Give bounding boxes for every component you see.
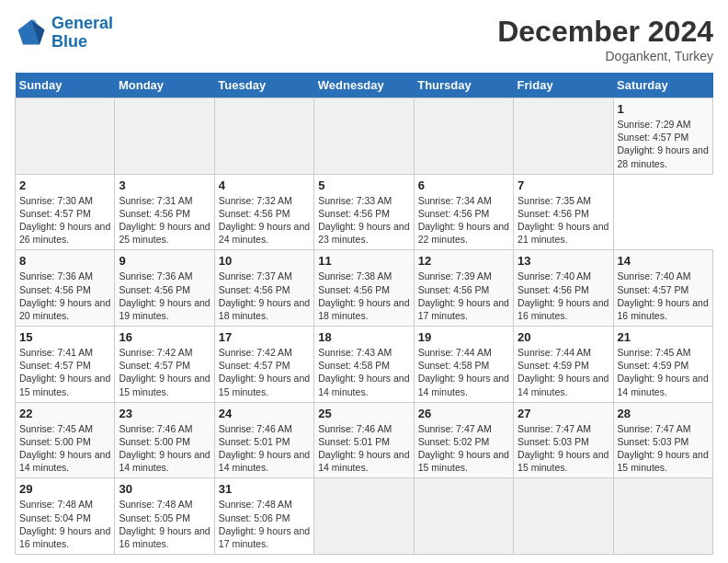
calendar-cell: 26Sunrise: 7:47 AMSunset: 5:02 PMDayligh… xyxy=(414,402,513,478)
day-number: 11 xyxy=(318,254,409,268)
day-info: Sunrise: 7:30 AMSunset: 4:57 PMDaylight:… xyxy=(19,194,110,247)
day-info: Sunrise: 7:48 AMSunset: 5:05 PMDaylight:… xyxy=(119,498,210,550)
week-row: 15Sunrise: 7:41 AMSunset: 4:57 PMDayligh… xyxy=(16,327,713,403)
calendar-body: 1Sunrise: 7:29 AMSunset: 4:57 PMDaylight… xyxy=(16,98,713,555)
calendar-cell: 18Sunrise: 7:43 AMSunset: 4:58 PMDayligh… xyxy=(314,327,414,403)
header-day-tuesday: Tuesday xyxy=(214,73,313,98)
day-number: 23 xyxy=(119,407,210,420)
calendar-cell: 16Sunrise: 7:42 AMSunset: 4:57 PMDayligh… xyxy=(115,327,214,403)
calendar-cell: 8Sunrise: 7:36 AMSunset: 4:56 PMDaylight… xyxy=(16,250,115,327)
calendar-header: SundayMondayTuesdayWednesdayThursdayFrid… xyxy=(16,73,713,98)
logo-text: General Blue xyxy=(51,15,113,52)
day-number: 5 xyxy=(318,178,409,192)
calendar-cell: 21Sunrise: 7:45 AMSunset: 4:59 PMDayligh… xyxy=(613,327,712,403)
day-info: Sunrise: 7:33 AMSunset: 4:56 PMDaylight:… xyxy=(318,194,409,247)
header-day-wednesday: Wednesday xyxy=(314,73,414,98)
day-info: Sunrise: 7:45 AMSunset: 5:00 PMDaylight:… xyxy=(19,422,110,475)
day-info: Sunrise: 7:46 AMSunset: 5:00 PMDaylight:… xyxy=(119,422,210,475)
calendar-cell: 20Sunrise: 7:44 AMSunset: 4:59 PMDayligh… xyxy=(514,327,613,403)
day-info: Sunrise: 7:47 AMSunset: 5:03 PMDaylight:… xyxy=(618,422,709,475)
calendar-cell: 5Sunrise: 7:33 AMSunset: 4:56 PMDaylight… xyxy=(314,174,414,250)
calendar-cell: 15Sunrise: 7:41 AMSunset: 4:57 PMDayligh… xyxy=(16,327,115,403)
day-number: 30 xyxy=(119,482,210,496)
calendar-cell xyxy=(414,478,513,555)
calendar-cell xyxy=(414,98,513,175)
day-number: 2 xyxy=(19,178,110,192)
day-info: Sunrise: 7:48 AMSunset: 5:04 PMDaylight:… xyxy=(19,498,110,550)
calendar-cell: 29Sunrise: 7:48 AMSunset: 5:04 PMDayligh… xyxy=(16,478,115,555)
header-day-monday: Monday xyxy=(115,73,214,98)
logo-icon xyxy=(15,17,48,50)
day-number: 28 xyxy=(618,407,709,420)
calendar-cell: 12Sunrise: 7:39 AMSunset: 4:56 PMDayligh… xyxy=(414,250,513,327)
day-number: 13 xyxy=(518,254,609,268)
calendar-cell: 1Sunrise: 7:29 AMSunset: 4:57 PMDaylight… xyxy=(613,98,712,175)
week-row: 8Sunrise: 7:36 AMSunset: 4:56 PMDaylight… xyxy=(16,250,713,327)
day-info: Sunrise: 7:31 AMSunset: 4:56 PMDaylight:… xyxy=(119,194,210,247)
calendar-cell: 28Sunrise: 7:47 AMSunset: 5:03 PMDayligh… xyxy=(613,402,712,478)
day-info: Sunrise: 7:37 AMSunset: 4:56 PMDaylight:… xyxy=(219,270,310,322)
day-info: Sunrise: 7:43 AMSunset: 4:58 PMDaylight:… xyxy=(318,346,409,398)
day-number: 1 xyxy=(618,102,709,116)
week-row: 29Sunrise: 7:48 AMSunset: 5:04 PMDayligh… xyxy=(16,478,713,555)
day-info: Sunrise: 7:34 AMSunset: 4:56 PMDaylight:… xyxy=(418,194,509,247)
location-title: Dogankent, Turkey xyxy=(497,49,713,63)
calendar-cell: 4Sunrise: 7:32 AMSunset: 4:56 PMDaylight… xyxy=(214,174,313,250)
day-info: Sunrise: 7:36 AMSunset: 4:56 PMDaylight:… xyxy=(19,270,110,322)
calendar-cell xyxy=(115,98,214,175)
calendar-cell: 9Sunrise: 7:36 AMSunset: 4:56 PMDaylight… xyxy=(115,250,214,327)
day-number: 17 xyxy=(219,330,310,344)
header-day-sunday: Sunday xyxy=(16,73,115,98)
calendar-cell: 27Sunrise: 7:47 AMSunset: 5:03 PMDayligh… xyxy=(514,402,613,478)
week-row: 1Sunrise: 7:29 AMSunset: 4:57 PMDaylight… xyxy=(16,98,713,175)
day-info: Sunrise: 7:48 AMSunset: 5:06 PMDaylight:… xyxy=(219,498,310,550)
day-info: Sunrise: 7:35 AMSunset: 4:56 PMDaylight:… xyxy=(518,194,609,247)
calendar-cell: 3Sunrise: 7:31 AMSunset: 4:56 PMDaylight… xyxy=(115,174,214,250)
day-number: 29 xyxy=(19,482,110,496)
calendar-cell xyxy=(613,478,712,555)
logo-line1: General xyxy=(51,14,113,32)
calendar-cell: 31Sunrise: 7:48 AMSunset: 5:06 PMDayligh… xyxy=(214,478,313,555)
day-number: 18 xyxy=(318,330,409,344)
calendar-cell: 24Sunrise: 7:46 AMSunset: 5:01 PMDayligh… xyxy=(214,402,313,478)
calendar-cell xyxy=(314,478,414,555)
calendar-cell: 13Sunrise: 7:40 AMSunset: 4:56 PMDayligh… xyxy=(514,250,613,327)
logo: General Blue xyxy=(15,15,113,52)
calendar-cell: 30Sunrise: 7:48 AMSunset: 5:05 PMDayligh… xyxy=(115,478,214,555)
week-row: 22Sunrise: 7:45 AMSunset: 5:00 PMDayligh… xyxy=(16,402,713,478)
month-title: December 2024 xyxy=(497,15,713,49)
day-info: Sunrise: 7:29 AMSunset: 4:57 PMDaylight:… xyxy=(618,118,709,170)
day-number: 31 xyxy=(219,482,310,496)
day-info: Sunrise: 7:44 AMSunset: 4:58 PMDaylight:… xyxy=(418,346,509,398)
calendar-cell: 6Sunrise: 7:34 AMSunset: 4:56 PMDaylight… xyxy=(414,174,513,250)
day-number: 24 xyxy=(219,407,310,420)
day-info: Sunrise: 7:39 AMSunset: 4:56 PMDaylight:… xyxy=(418,270,509,322)
day-info: Sunrise: 7:46 AMSunset: 5:01 PMDaylight:… xyxy=(219,422,310,475)
day-info: Sunrise: 7:40 AMSunset: 4:57 PMDaylight:… xyxy=(618,270,709,322)
calendar-cell: 14Sunrise: 7:40 AMSunset: 4:57 PMDayligh… xyxy=(613,250,712,327)
day-number: 16 xyxy=(119,330,210,344)
logo-line2: Blue xyxy=(51,32,87,51)
title-area: December 2024 Dogankent, Turkey xyxy=(497,15,713,63)
day-info: Sunrise: 7:32 AMSunset: 4:56 PMDaylight:… xyxy=(219,194,310,247)
day-number: 14 xyxy=(618,254,709,268)
header-day-saturday: Saturday xyxy=(613,73,712,98)
day-number: 19 xyxy=(418,330,509,344)
day-number: 27 xyxy=(518,407,609,420)
calendar-cell xyxy=(314,98,414,175)
day-info: Sunrise: 7:47 AMSunset: 5:03 PMDaylight:… xyxy=(518,422,609,475)
day-info: Sunrise: 7:42 AMSunset: 4:57 PMDaylight:… xyxy=(119,346,210,398)
day-number: 22 xyxy=(19,407,110,420)
day-number: 4 xyxy=(219,178,310,192)
calendar-cell xyxy=(514,478,613,555)
header-day-thursday: Thursday xyxy=(414,73,513,98)
day-info: Sunrise: 7:36 AMSunset: 4:56 PMDaylight:… xyxy=(119,270,210,322)
calendar-cell: 2Sunrise: 7:30 AMSunset: 4:57 PMDaylight… xyxy=(16,174,115,250)
calendar-cell: 22Sunrise: 7:45 AMSunset: 5:00 PMDayligh… xyxy=(16,402,115,478)
calendar-cell: 19Sunrise: 7:44 AMSunset: 4:58 PMDayligh… xyxy=(414,327,513,403)
day-info: Sunrise: 7:41 AMSunset: 4:57 PMDaylight:… xyxy=(19,346,110,398)
calendar-cell: 7Sunrise: 7:35 AMSunset: 4:56 PMDaylight… xyxy=(514,174,613,250)
day-number: 20 xyxy=(518,330,609,344)
day-number: 15 xyxy=(19,330,110,344)
day-info: Sunrise: 7:47 AMSunset: 5:02 PMDaylight:… xyxy=(418,422,509,475)
